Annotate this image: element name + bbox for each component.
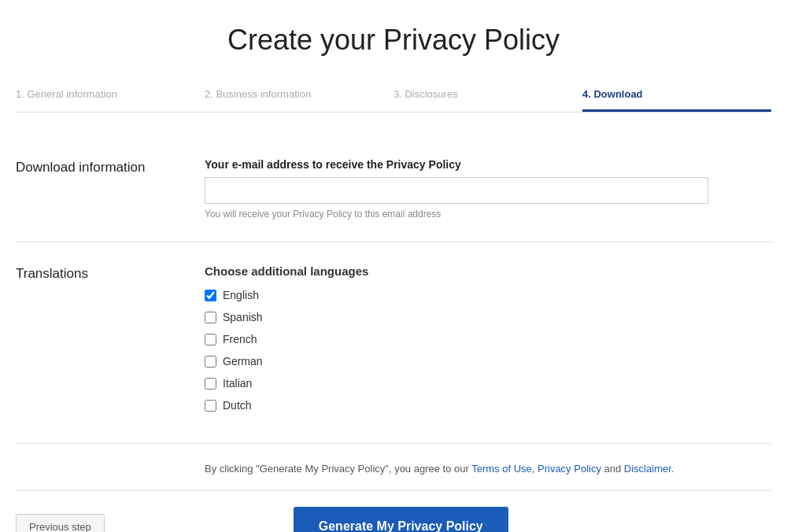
page-wrapper: Create your Privacy Policy 1. General in… (0, 0, 787, 532)
email-input[interactable] (205, 177, 708, 204)
agreement-sep1: , (532, 463, 538, 475)
checkbox-german[interactable] (205, 356, 216, 368)
language-dutch-label: Dutch (223, 399, 252, 412)
checkbox-spanish[interactable] (205, 312, 216, 323)
agreement-text-before: By clicking "Generate My Privacy Policy"… (205, 463, 471, 475)
agreement-section: By clicking "Generate My Privacy Policy"… (16, 444, 771, 491)
actions-section: Previous step Generate My Privacy Policy (16, 491, 771, 532)
language-italian-label: Italian (223, 377, 252, 390)
email-field-label: Your e-mail address to receive the Priva… (205, 158, 771, 171)
checkbox-dutch[interactable] (205, 400, 216, 412)
language-english-label: English (223, 289, 259, 301)
agreement-and: and (601, 463, 624, 475)
languages-title: Choose additional languages (205, 264, 771, 278)
page-title: Create your Privacy Policy (16, 24, 771, 57)
agreement-end: . (671, 463, 674, 475)
translations-section: Translations Choose additional languages… (16, 242, 771, 444)
language-german-label: German (223, 355, 263, 368)
translations-section-label: Translations (16, 264, 205, 282)
language-french-label: French (223, 333, 257, 345)
step-4[interactable]: 4. Download (582, 80, 771, 112)
download-section: Download information Your e-mail address… (16, 136, 771, 242)
checkbox-italian[interactable] (205, 378, 216, 390)
language-french: French (205, 333, 771, 345)
language-dutch: Dutch (205, 399, 771, 412)
language-german: German (205, 355, 771, 368)
checkbox-english[interactable] (205, 290, 216, 301)
language-spanish: Spanish (205, 311, 771, 323)
steps-bar: 1. General information 2. Business infor… (16, 80, 771, 113)
step-2[interactable]: 2. Business information (205, 80, 394, 112)
email-hint: You will receive your Privacy Policy to … (205, 209, 771, 220)
translations-content: Choose additional languages English Span… (205, 264, 771, 421)
step-3[interactable]: 3. Disclosures (394, 80, 582, 112)
privacy-policy-link[interactable]: Privacy Policy (538, 463, 601, 475)
generate-button[interactable]: Generate My Privacy Policy (294, 507, 508, 532)
download-section-content: Your e-mail address to receive the Priva… (205, 158, 771, 220)
language-english: English (205, 289, 771, 301)
terms-of-use-link[interactable]: Terms of Use (471, 463, 532, 475)
checkbox-french[interactable] (205, 334, 216, 345)
prev-step-button[interactable]: Previous step (16, 514, 105, 533)
download-section-label: Download information (16, 158, 205, 175)
language-italian: Italian (205, 377, 771, 390)
step-1[interactable]: 1. General information (16, 80, 205, 112)
disclaimer-link[interactable]: Disclaimer (624, 463, 671, 475)
language-spanish-label: Spanish (223, 311, 263, 323)
